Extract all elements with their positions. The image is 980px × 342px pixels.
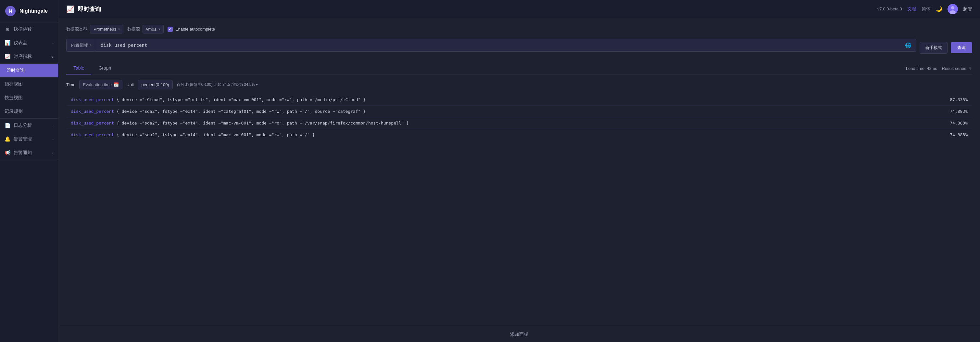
- sidebar-item-label: 仪表盘: [14, 40, 27, 46]
- sidebar-item-alert-mgmt[interactable]: 🔔 告警管理 ›: [0, 132, 58, 146]
- table-row[interactable]: disk_used_percent { device ="sda2", fsty…: [66, 129, 972, 141]
- page-title-icon: 📈: [66, 5, 74, 13]
- datasource-label: 数据源: [127, 26, 140, 32]
- sidebar-item-dashboard[interactable]: 📊 仪表盘 ›: [0, 36, 58, 50]
- datasource-type-group: 数据源类型 Prometheus ▾: [66, 25, 123, 34]
- chevron-down-icon: ▾: [256, 82, 258, 87]
- sidebar-item-label: 快捷视图: [5, 95, 23, 101]
- svg-point-4: [950, 10, 956, 14]
- docs-link[interactable]: 文档: [907, 6, 916, 12]
- chevron-down-icon: ▾: [118, 27, 120, 31]
- sidebar-item-label: 快捷跳转: [14, 26, 32, 32]
- query-input[interactable]: [96, 39, 900, 51]
- autocomplete-checkbox[interactable]: ✓: [167, 27, 173, 32]
- table-controls: Time Evaluation time 📅 Unit percent(0-10…: [66, 80, 972, 89]
- sidebar-item-quick-view[interactable]: 快捷视图: [0, 91, 58, 105]
- unit-label: Unit: [126, 82, 134, 87]
- metric-labels: { device ="sda2", fstype ="ext4", ident …: [116, 121, 947, 125]
- page-title-text: 即时查询: [78, 5, 101, 13]
- sidebar-item-log-analysis[interactable]: 📄 日志分析 ›: [0, 119, 58, 132]
- metric-name: disk_used_percent: [71, 109, 114, 114]
- log-icon: 📄: [5, 123, 10, 128]
- sidebar-item-record-rules[interactable]: 记录规则: [0, 105, 58, 118]
- content-area: 数据源类型 Prometheus ▾ 数据源 vm01 ▾ ✓ Enable a…: [59, 18, 980, 342]
- tab-table[interactable]: Table: [66, 62, 91, 74]
- metric-name: disk_used_percent: [71, 121, 114, 125]
- page-title: 📈 即时查询: [66, 5, 101, 13]
- theme-toggle[interactable]: 🌙: [936, 6, 942, 12]
- lang-selector[interactable]: 简体: [921, 6, 931, 12]
- chevron-right-icon: ›: [52, 123, 54, 128]
- unit-select[interactable]: percent(0-100): [138, 80, 172, 89]
- dashboard-icon: 📊: [5, 40, 10, 46]
- tabs-bar: Table Graph Load time: 42ms Result serie…: [66, 62, 972, 75]
- search-btn[interactable]: 查询: [951, 42, 972, 53]
- user-name: 超管: [963, 6, 972, 12]
- breadcrumb-btn[interactable]: 内置指标 ›: [67, 39, 96, 51]
- datasource-type-label: 数据源类型: [66, 26, 88, 32]
- beginner-mode-btn[interactable]: 新手模式: [920, 42, 948, 54]
- sidebar-item-metric-view[interactable]: 指标视图: [0, 77, 58, 91]
- metric-value: 74.883%: [950, 121, 968, 125]
- datasource-select[interactable]: vm01 ▾: [143, 25, 164, 34]
- metric-value: 87.335%: [950, 97, 968, 102]
- sidebar-item-label: 告警通知: [14, 150, 32, 156]
- table-row[interactable]: disk_used_percent { device ="iCloud", fs…: [66, 94, 972, 105]
- sidebar-item-label: 时序指标: [14, 54, 32, 59]
- alert-notify-icon: 📢: [5, 150, 10, 156]
- globe-icon-btn[interactable]: 🌐: [904, 41, 913, 50]
- query-input-area: 内置指标 › 🌐: [66, 39, 916, 52]
- chevron-right-icon: ›: [52, 137, 54, 141]
- svg-point-3: [951, 6, 955, 10]
- sidebar-item-label: 指标视图: [5, 81, 23, 87]
- version-text: v7.0.0-beta.3: [877, 6, 902, 11]
- sidebar-item-instant-query[interactable]: 即时查询: [0, 64, 58, 77]
- datasource-group: 数据源 vm01 ▾: [127, 25, 164, 34]
- datasource-type-select[interactable]: Prometheus ▾: [90, 25, 123, 34]
- nav-group-log: 📄 日志分析 › 🔔 告警管理 › 📢 告警通知 ›: [0, 119, 58, 160]
- table-row[interactable]: disk_used_percent { device ="sda2", fsty…: [66, 117, 972, 129]
- svg-text:N: N: [9, 8, 12, 14]
- data-table: disk_used_percent { device ="iCloud", fs…: [66, 94, 972, 141]
- metric-name: disk_used_percent: [71, 97, 114, 102]
- quick-jump-icon: ⊕: [5, 26, 10, 32]
- add-panel-text: 添加面板: [510, 332, 528, 337]
- autocomplete-label: Enable autocomplete: [175, 27, 215, 32]
- sidebar-item-quick-jump[interactable]: ⊕ 快捷跳转: [0, 22, 58, 36]
- metric-value: 74.883%: [950, 109, 968, 114]
- add-panel-bar[interactable]: 添加面板: [59, 327, 980, 342]
- autocomplete-group: ✓ Enable autocomplete: [167, 27, 215, 32]
- metric-labels: { device ="sda2", fstype ="ext4", ident …: [116, 109, 947, 114]
- datasource-value: vm01: [146, 27, 156, 32]
- avatar[interactable]: [948, 4, 958, 14]
- time-input[interactable]: Evaluation time 📅: [79, 80, 123, 89]
- result-series: Result series: 4: [942, 66, 971, 71]
- metric-name: disk_used_percent: [71, 132, 114, 137]
- chevron-down-icon: ▾: [159, 27, 160, 31]
- header: 📈 即时查询 v7.0.0-beta.3 文档 简体 🌙 超管: [59, 0, 980, 18]
- load-time: Load time: 42ms: [906, 66, 937, 71]
- sidebar: N Nightingale ⊕ 快捷跳转 📊 仪表盘 › 📈 时序指标 ∨ 即时…: [0, 0, 59, 342]
- nav-group-main: ⊕ 快捷跳转 📊 仪表盘 › 📈 时序指标 ∨: [0, 22, 58, 64]
- sidebar-item-alert-notify[interactable]: 📢 告警通知 ›: [0, 146, 58, 160]
- query-controls: 数据源类型 Prometheus ▾ 数据源 vm01 ▾ ✓ Enable a…: [66, 25, 972, 34]
- table-row[interactable]: disk_used_percent { device ="sda2", fsty…: [66, 105, 972, 117]
- logo-text: Nightingale: [19, 8, 48, 14]
- avatar-image: [948, 4, 958, 14]
- metric-labels: { device ="iCloud", fstype ="prl_fs", id…: [116, 97, 947, 102]
- tab-graph[interactable]: Graph: [91, 62, 118, 74]
- chevron-right-icon: ›: [52, 41, 54, 45]
- unit-value: percent(0-100): [141, 82, 169, 87]
- metric-labels: { device ="sda2", fstype ="ext4", ident …: [116, 132, 947, 137]
- alert-mgmt-icon: 🔔: [5, 136, 10, 142]
- metric-value: 74.883%: [950, 132, 968, 137]
- calendar-icon: 📅: [114, 82, 119, 87]
- query-actions: 🌐: [900, 41, 916, 50]
- sidebar-item-label: 告警管理: [14, 136, 32, 142]
- time-label: Time: [66, 82, 75, 87]
- logo: N Nightingale: [0, 0, 58, 22]
- sidebar-item-metrics[interactable]: 📈 时序指标 ∨: [0, 50, 58, 63]
- breadcrumb-arrow: ›: [90, 43, 91, 48]
- breadcrumb-text: 内置指标: [71, 42, 88, 48]
- sidebar-item-label: 即时查询: [6, 68, 25, 74]
